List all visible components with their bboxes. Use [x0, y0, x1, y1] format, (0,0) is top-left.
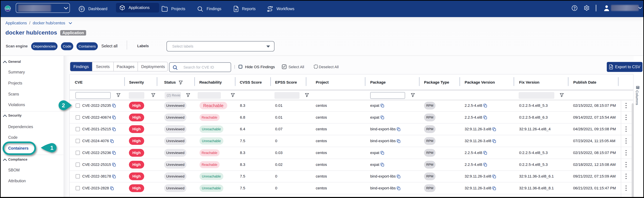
svg-text:1: 1: [50, 145, 54, 151]
svg-text:2: 2: [62, 102, 65, 108]
